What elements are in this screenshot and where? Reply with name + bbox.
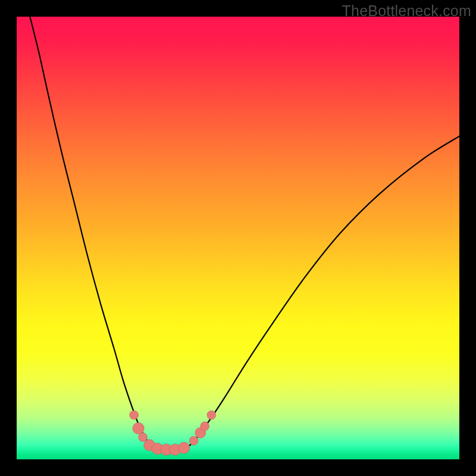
- data-marker: [130, 411, 139, 419]
- data-marker: [207, 411, 216, 419]
- data-marker: [178, 442, 190, 453]
- data-marker: [133, 422, 144, 434]
- marker-layer: [17, 17, 459, 459]
- plot-area: [17, 17, 459, 459]
- data-marker: [189, 436, 198, 445]
- data-marker: [139, 433, 148, 441]
- chart-frame: TheBottleneck.com: [0, 0, 476, 476]
- data-marker: [201, 422, 209, 431]
- watermark-text: TheBottleneck.com: [342, 2, 471, 20]
